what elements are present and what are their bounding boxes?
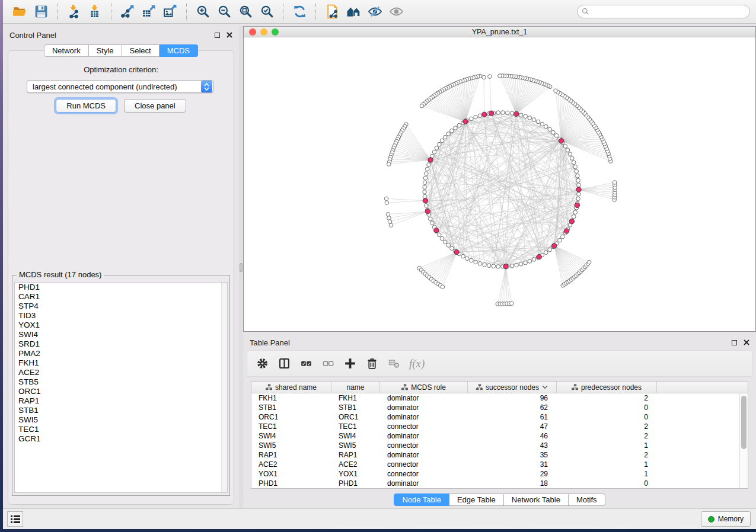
search-input[interactable] bbox=[592, 8, 745, 16]
header-filler bbox=[657, 382, 748, 393]
cell-successor-nodes: 35 bbox=[468, 450, 557, 460]
cell-successor-nodes: 18 bbox=[468, 479, 557, 488]
cell-shared-name: ORC1 bbox=[251, 412, 331, 422]
tab-network-table[interactable]: Network Table bbox=[504, 493, 569, 506]
export-network-button[interactable] bbox=[117, 2, 138, 21]
main-toolbar bbox=[3, 0, 756, 24]
float-panel-icon[interactable] bbox=[215, 33, 220, 38]
column-layout-button[interactable] bbox=[275, 355, 293, 373]
mcds-result-node[interactable]: FKH1 bbox=[15, 358, 227, 368]
tab-edge-table[interactable]: Edge Table bbox=[449, 493, 504, 506]
mcds-result-node[interactable]: PMA2 bbox=[15, 349, 227, 358]
task-history-button[interactable] bbox=[7, 511, 23, 527]
memory-status-icon bbox=[708, 516, 714, 523]
table-row[interactable]: ORC1ORC1dominator610 bbox=[251, 412, 739, 422]
mcds-result-node[interactable]: YOX1 bbox=[15, 321, 227, 330]
result-list-scrollbar[interactable] bbox=[221, 283, 227, 492]
table-row[interactable]: TEC1TEC1connector472 bbox=[251, 422, 739, 431]
save-icon bbox=[34, 4, 49, 19]
close-panel-icon[interactable] bbox=[227, 32, 232, 38]
deselect-all-button[interactable] bbox=[319, 355, 337, 373]
zoom-fit-icon bbox=[238, 4, 253, 19]
close-panel-button[interactable]: Close panel bbox=[124, 99, 186, 113]
mcds-result-node[interactable]: PHD1 bbox=[15, 283, 227, 292]
open-file-button[interactable] bbox=[9, 2, 30, 21]
hide-graphics-details-button[interactable] bbox=[364, 2, 385, 21]
table-row[interactable]: STB1STB1dominator620 bbox=[251, 403, 739, 412]
table-row[interactable]: SWI5SWI5connector431 bbox=[251, 441, 739, 450]
zoom-out-button[interactable] bbox=[213, 2, 235, 21]
run-mcds-button[interactable]: Run MCDS bbox=[56, 99, 116, 113]
column-header-MCDS-role[interactable]: MCDS role bbox=[380, 382, 468, 393]
mcds-result-node[interactable]: RAP1 bbox=[15, 396, 227, 406]
zoom-fit-button[interactable] bbox=[235, 2, 256, 21]
export-table-button[interactable] bbox=[138, 2, 160, 21]
table-row[interactable]: FKH1FKH1dominator962 bbox=[251, 393, 739, 403]
refresh-layout-button[interactable] bbox=[289, 2, 310, 21]
mcds-result-node[interactable]: SWI5 bbox=[15, 415, 227, 425]
table-row[interactable]: YOX1YOX1connector291 bbox=[251, 469, 739, 479]
close-table-panel-icon[interactable] bbox=[744, 339, 749, 345]
mcds-result-list[interactable]: PHD1CAR1STP4TID3YOX1SWI4SRD1PMA2FKH1ACE2… bbox=[14, 282, 228, 493]
mcds-result-node[interactable]: STB5 bbox=[15, 377, 227, 387]
mcds-result-node[interactable]: SWI4 bbox=[15, 330, 227, 339]
select-all-button[interactable] bbox=[297, 355, 315, 373]
tab-style[interactable]: Style bbox=[89, 44, 122, 57]
table-panel-tabs: Node TableEdge TableNetwork TableMotifs bbox=[243, 493, 756, 506]
network-view-window: YPA_prune.txt_1 bbox=[243, 26, 756, 332]
export-image-button[interactable] bbox=[160, 2, 181, 21]
splitter-handle-icon[interactable] bbox=[240, 263, 243, 272]
criterion-dropdown[interactable]: largest connected component (undirected) bbox=[27, 80, 213, 93]
delete-row-button[interactable] bbox=[363, 355, 381, 373]
table-row[interactable]: SWI4SWI4dominator462 bbox=[251, 431, 739, 441]
search-field[interactable] bbox=[577, 5, 750, 18]
network-window-titlebar[interactable]: YPA_prune.txt_1 bbox=[244, 27, 755, 37]
panel-splitter[interactable] bbox=[239, 26, 243, 508]
cell-name: SWI5 bbox=[331, 441, 380, 450]
mcds-result-node[interactable]: GCR1 bbox=[15, 434, 227, 444]
mcds-result-node[interactable]: ACE2 bbox=[15, 368, 227, 377]
mcds-result-node[interactable]: SRD1 bbox=[15, 339, 227, 349]
tab-network[interactable]: Network bbox=[44, 44, 89, 57]
mcds-result-node[interactable]: TID3 bbox=[15, 311, 227, 321]
mcds-result-node[interactable]: CAR1 bbox=[15, 292, 227, 302]
column-header-shared-name[interactable]: shared name bbox=[251, 382, 331, 393]
table-row[interactable]: ACE2ACE2connector311 bbox=[251, 460, 739, 469]
mcds-result-node[interactable]: TEC1 bbox=[15, 425, 227, 434]
tab-motifs[interactable]: Motifs bbox=[569, 493, 605, 506]
column-header-name[interactable]: name bbox=[331, 382, 380, 393]
mcds-result-node[interactable]: STP4 bbox=[15, 302, 227, 311]
network-canvas[interactable] bbox=[244, 37, 755, 331]
table-row[interactable]: PHD1PHD1dominator180 bbox=[251, 479, 739, 488]
import-table-button[interactable] bbox=[84, 2, 106, 21]
cell-name: TEC1 bbox=[331, 422, 380, 431]
window-maximize-icon[interactable] bbox=[272, 28, 279, 36]
column-header-successor-nodes[interactable]: successor nodes bbox=[468, 382, 557, 393]
save-button[interactable] bbox=[30, 2, 52, 21]
mcds-result-node[interactable]: ORC1 bbox=[15, 387, 227, 396]
table-row[interactable]: RAP1RAP1dominator352 bbox=[251, 450, 739, 460]
window-close-icon[interactable] bbox=[249, 28, 256, 36]
cell-shared-name: SWI5 bbox=[251, 441, 331, 450]
memory-button[interactable]: Memory bbox=[701, 511, 751, 527]
network-graph[interactable] bbox=[244, 37, 755, 331]
zoom-selected-button[interactable] bbox=[256, 2, 277, 21]
tab-select[interactable]: Select bbox=[122, 44, 160, 57]
mcds-result-node[interactable]: STB1 bbox=[15, 406, 227, 415]
import-network-button[interactable] bbox=[63, 2, 84, 21]
new-network-from-selection-button[interactable] bbox=[321, 2, 343, 21]
table-scrollbar[interactable] bbox=[739, 393, 748, 488]
scrollbar-thumb[interactable] bbox=[741, 396, 747, 449]
tab-mcds[interactable]: MCDS bbox=[160, 44, 198, 57]
gear-icon bbox=[256, 357, 269, 370]
window-minimize-icon[interactable] bbox=[260, 28, 267, 36]
tab-node-table[interactable]: Node Table bbox=[394, 493, 449, 506]
column-header-predecessor-nodes[interactable]: predecessor nodes bbox=[557, 382, 657, 393]
add-row-button[interactable] bbox=[341, 355, 359, 373]
network-overview-button[interactable] bbox=[343, 2, 364, 21]
table-panel: Table Panel f(x) shared namenameMCDS rol… bbox=[243, 334, 756, 508]
cell-MCDS-role: dominator bbox=[380, 393, 468, 403]
zoom-in-button[interactable] bbox=[192, 2, 213, 21]
gear-button[interactable] bbox=[253, 355, 271, 373]
float-table-panel-icon[interactable] bbox=[732, 340, 737, 345]
